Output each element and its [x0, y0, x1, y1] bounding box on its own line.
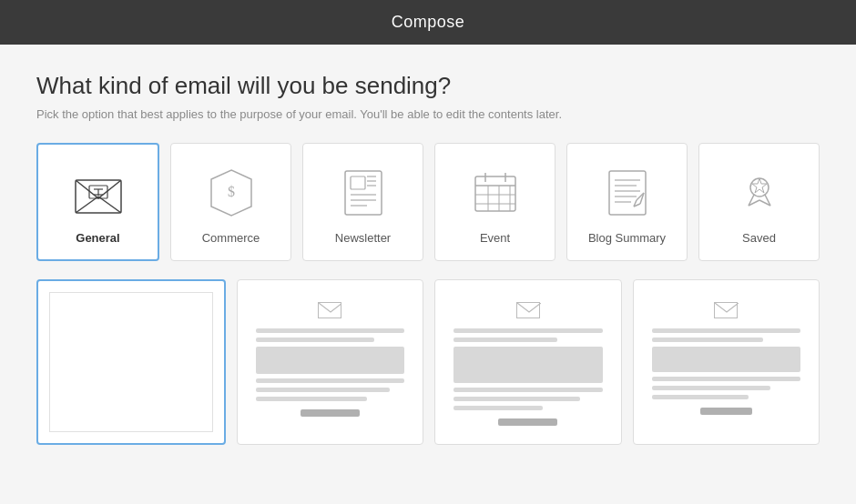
template-card-2[interactable]	[434, 279, 622, 445]
svg-point-35	[750, 178, 769, 197]
general-label: General	[76, 231, 119, 245]
svg-line-2	[98, 197, 121, 213]
svg-rect-16	[475, 176, 515, 211]
template-card-blank[interactable]	[36, 279, 226, 445]
commerce-label: Commerce	[202, 231, 260, 245]
svg-rect-25	[609, 171, 646, 215]
svg-text:$: $	[228, 184, 235, 199]
type-card-commerce[interactable]: $ Commerce	[170, 143, 291, 261]
page-title: What kind of email will you be sending?	[36, 72, 820, 100]
type-card-event[interactable]: Event	[434, 143, 555, 261]
header-title: Compose	[392, 13, 465, 31]
newsletter-icon	[334, 164, 392, 222]
event-icon	[466, 164, 525, 222]
svg-rect-9	[351, 176, 365, 189]
blog-summary-label: Blog Summary	[588, 231, 666, 245]
main-content: What kind of email will you be sending? …	[0, 45, 856, 463]
general-icon	[69, 164, 127, 222]
page-subtitle: Pick the option that best applies to the…	[36, 107, 820, 121]
saved-label: Saved	[742, 231, 776, 245]
template-selector	[36, 279, 820, 445]
type-card-newsletter[interactable]: Newsletter	[302, 143, 423, 261]
blog-summary-icon	[598, 164, 657, 222]
template-card-1[interactable]	[237, 279, 424, 445]
event-label: Event	[480, 231, 510, 245]
type-card-blog-summary[interactable]: Blog Summary	[566, 143, 688, 261]
type-card-general[interactable]: General	[36, 143, 159, 261]
newsletter-label: Newsletter	[335, 231, 391, 245]
template-card-3[interactable]	[633, 279, 820, 445]
saved-icon	[730, 164, 789, 222]
type-selector: General $ Commerce	[36, 143, 820, 261]
app-header: Compose	[0, 0, 856, 45]
svg-line-1	[76, 197, 98, 213]
commerce-icon: $	[202, 164, 260, 222]
type-card-saved[interactable]: Saved	[698, 143, 820, 261]
